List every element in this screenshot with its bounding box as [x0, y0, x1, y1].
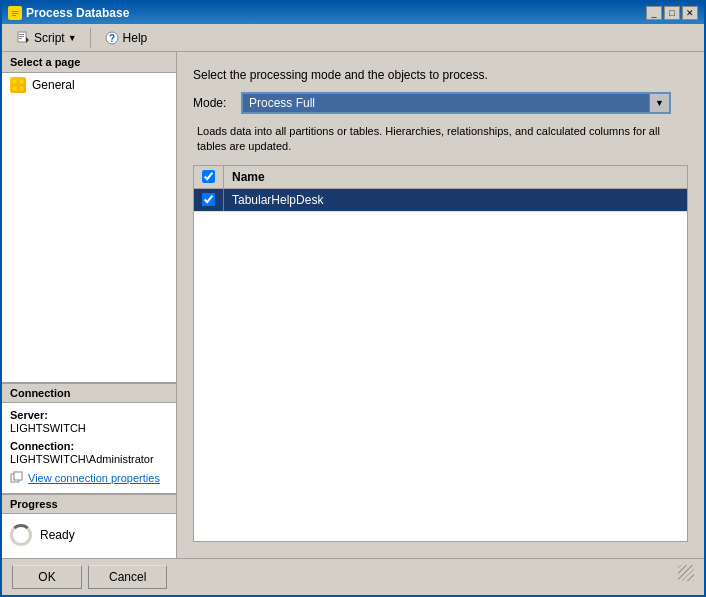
- svg-rect-1: [12, 11, 18, 12]
- table-row[interactable]: TabularHelpDesk: [194, 189, 687, 212]
- maximize-button[interactable]: □: [664, 6, 680, 20]
- table-header: Name: [194, 166, 687, 189]
- sidebar-item-general-label: General: [32, 78, 75, 92]
- script-icon: [15, 30, 31, 46]
- help-icon: ?: [104, 30, 120, 46]
- progress-area: Ready: [10, 520, 168, 550]
- connection-link-icon: [10, 471, 24, 485]
- mode-dropdown-arrow[interactable]: ▼: [649, 94, 669, 112]
- table-header-checkbox-cell: [194, 166, 224, 188]
- view-connection-link[interactable]: View connection properties: [10, 471, 168, 485]
- connection-section: Connection Server: LIGHTSWITCH Connectio…: [2, 382, 176, 493]
- server-value: LIGHTSWITCH: [10, 422, 168, 434]
- connection-label: Connection:: [10, 440, 168, 452]
- sidebar-item-general[interactable]: General: [2, 73, 176, 97]
- table-row-checkbox-cell: [194, 189, 224, 211]
- svg-rect-6: [19, 36, 24, 37]
- progress-section: Progress Ready: [2, 493, 176, 558]
- title-bar: Process Database _ □ ✕: [2, 2, 704, 24]
- server-label: Server:: [10, 409, 168, 421]
- objects-table: Name TabularHelpDesk: [193, 165, 688, 542]
- table-row-name: TabularHelpDesk: [224, 189, 687, 211]
- mode-label: Mode:: [193, 96, 233, 110]
- svg-marker-8: [26, 37, 29, 43]
- ok-button[interactable]: OK: [12, 565, 82, 589]
- sidebar-bottom: Connection Server: LIGHTSWITCH Connectio…: [2, 382, 176, 558]
- description-text: Loads data into all partitions or tables…: [193, 124, 688, 155]
- mode-row: Mode: Process Full ▼: [193, 92, 688, 114]
- connection-header: Connection: [2, 383, 176, 403]
- title-bar-left: Process Database: [8, 6, 129, 20]
- svg-rect-2: [12, 13, 18, 14]
- window-title: Process Database: [26, 6, 129, 20]
- progress-status: Ready: [40, 528, 75, 542]
- title-buttons: _ □ ✕: [646, 6, 698, 20]
- spinner-icon: [10, 524, 32, 546]
- sidebar-header: Select a page: [2, 52, 176, 73]
- svg-rect-5: [19, 34, 24, 35]
- sidebar: Select a page General Connection Server:: [2, 52, 177, 558]
- minimize-button[interactable]: _: [646, 6, 662, 20]
- progress-header: Progress: [2, 494, 176, 514]
- instruction-text: Select the processing mode and the objec…: [193, 68, 688, 82]
- resize-handle[interactable]: [678, 565, 694, 581]
- svg-rect-11: [12, 79, 17, 84]
- script-arrow: ▼: [68, 33, 77, 43]
- close-button[interactable]: ✕: [682, 6, 698, 20]
- svg-rect-13: [12, 86, 17, 91]
- main-window: Process Database _ □ ✕ Script ▼: [0, 0, 706, 597]
- general-icon: [10, 77, 26, 93]
- help-label: Help: [123, 31, 148, 45]
- row-checkbox[interactable]: [202, 193, 215, 206]
- content-area: Select the processing mode and the objec…: [177, 52, 704, 558]
- toolbar-separator: [90, 28, 91, 48]
- cancel-button[interactable]: Cancel: [88, 565, 167, 589]
- header-checkbox[interactable]: [202, 170, 215, 183]
- svg-text:?: ?: [109, 33, 115, 44]
- svg-rect-7: [19, 38, 22, 39]
- window-icon: [8, 6, 22, 20]
- connection-value: LIGHTSWITCH\Administrator: [10, 453, 168, 465]
- svg-rect-14: [19, 86, 24, 91]
- footer-buttons: OK Cancel: [2, 558, 704, 595]
- svg-rect-3: [12, 15, 16, 16]
- mode-select-value: Process Full: [243, 96, 649, 110]
- script-label: Script: [34, 31, 65, 45]
- svg-rect-16: [14, 472, 22, 480]
- script-button[interactable]: Script ▼: [8, 27, 84, 49]
- svg-rect-12: [19, 79, 24, 84]
- table-header-name: Name: [224, 166, 687, 188]
- help-button[interactable]: ? Help: [97, 27, 155, 49]
- toolbar: Script ▼ ? Help: [2, 24, 704, 52]
- view-connection-text: View connection properties: [28, 472, 160, 484]
- main-content: Select a page General Connection Server:: [2, 52, 704, 558]
- mode-select-wrapper[interactable]: Process Full ▼: [241, 92, 671, 114]
